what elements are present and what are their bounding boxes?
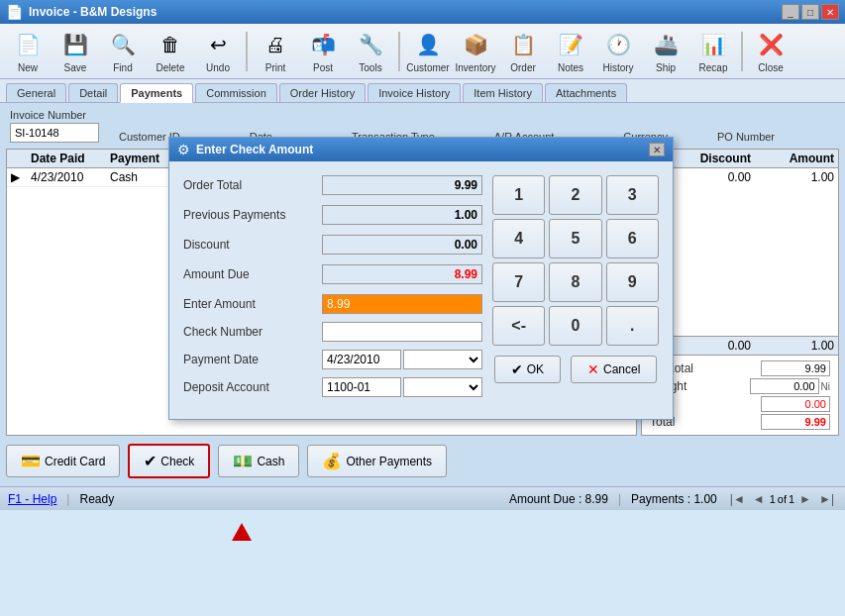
cancel-icon: ✕ — [587, 361, 599, 377]
dialog-title-bar: ⚙ Enter Check Amount ✕ — [169, 138, 673, 161]
dialog-overlay: ⚙ Enter Check Amount ✕ Order Total 9.99 … — [0, 0, 845, 616]
num-2-button[interactable]: 2 — [549, 175, 601, 215]
dialog-title-icon: ⚙ — [177, 142, 190, 157]
dialog-fields: Order Total 9.99 Previous Payments 1.00 … — [183, 175, 482, 405]
previous-payments-value: 1.00 — [322, 205, 482, 225]
num-back-button[interactable]: <- — [492, 306, 545, 346]
amount-due-row: Amount Due 8.99 — [183, 264, 482, 284]
payment-date-label: Payment Date — [183, 353, 322, 366]
payment-date-row: Payment Date — [183, 350, 482, 369]
num-0-button[interactable]: 0 — [549, 306, 601, 346]
order-total-label: Order Total — [183, 178, 322, 192]
previous-payments-label: Previous Payments — [183, 208, 322, 222]
dialog-body: Order Total 9.99 Previous Payments 1.00 … — [169, 161, 673, 419]
cancel-label: Cancel — [603, 362, 640, 376]
ok-icon: ✔ — [511, 361, 523, 377]
amount-due-label: Amount Due — [183, 267, 322, 281]
num-3-button[interactable]: 3 — [606, 175, 659, 215]
order-total-row: Order Total 9.99 — [183, 175, 482, 195]
payment-date-select[interactable] — [403, 350, 482, 369]
previous-payments-row: Previous Payments 1.00 — [183, 205, 482, 225]
enter-check-amount-dialog: ⚙ Enter Check Amount ✕ Order Total 9.99 … — [168, 137, 674, 420]
deposit-account-select[interactable] — [403, 377, 482, 397]
dialog-actions: ✔ OK ✕ Cancel — [492, 356, 659, 383]
num-6-button[interactable]: 6 — [606, 219, 659, 258]
check-number-input[interactable] — [322, 322, 482, 342]
num-5-button[interactable]: 5 — [549, 219, 601, 258]
check-number-label: Check Number — [183, 325, 322, 339]
discount-row: Discount 0.00 — [183, 235, 482, 255]
ok-button[interactable]: ✔ OK — [494, 356, 561, 383]
discount-label: Discount — [183, 238, 322, 252]
ok-label: OK — [527, 362, 544, 376]
order-total-value: 9.99 — [322, 175, 482, 195]
deposit-account-row: Deposit Account — [183, 377, 482, 397]
check-number-row: Check Number — [183, 322, 482, 342]
discount-value: 0.00 — [322, 235, 482, 255]
deposit-account-input[interactable] — [322, 377, 401, 397]
num-7-button[interactable]: 7 — [492, 262, 545, 302]
num-4-button[interactable]: 4 — [492, 219, 545, 258]
dialog-close-button[interactable]: ✕ — [649, 143, 665, 156]
payment-date-input[interactable] — [322, 350, 401, 369]
enter-amount-input[interactable] — [322, 294, 482, 314]
enter-amount-row: Enter Amount — [183, 294, 482, 314]
dialog-numpad-area: 1 2 3 4 5 6 7 8 9 <- 0 . ✔ OK — [492, 175, 659, 405]
num-8-button[interactable]: 8 — [549, 262, 601, 302]
amount-due-value: 8.99 — [322, 264, 482, 284]
num-1-button[interactable]: 1 — [492, 175, 545, 215]
deposit-account-label: Deposit Account — [183, 380, 322, 394]
num-dot-button[interactable]: . — [606, 306, 659, 346]
dialog-title-text: Enter Check Amount — [196, 143, 313, 156]
numpad: 1 2 3 4 5 6 7 8 9 <- 0 . — [492, 175, 659, 346]
num-9-button[interactable]: 9 — [606, 262, 659, 302]
enter-amount-label: Enter Amount — [183, 297, 322, 311]
cancel-button[interactable]: ✕ Cancel — [571, 356, 657, 383]
